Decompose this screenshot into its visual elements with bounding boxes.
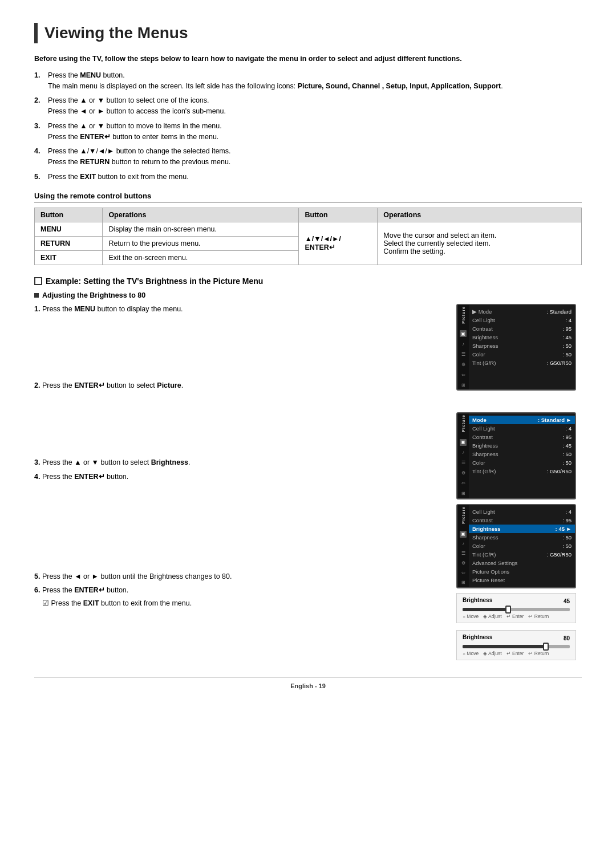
tv-icon-app-2: ⊞ xyxy=(460,490,467,497)
sub-heading-text: Adjusting the Brightness to 80 xyxy=(42,291,145,299)
example-heading: Example: Setting the TV's Brightness in … xyxy=(34,277,582,286)
left-col: 1. Press the MENU button to display the … xyxy=(34,304,445,660)
slider-thumb-80 xyxy=(543,643,549,651)
col-button-1: Button xyxy=(35,208,103,222)
tv-icon-channel-3: ☰ xyxy=(460,550,467,557)
tv-icon-input-3: ⇦ xyxy=(460,570,467,576)
step-3: 3. Press the ▲ or ▼ button to move to it… xyxy=(34,121,582,143)
bullet-icon xyxy=(34,293,39,298)
tv-icon-app: ⊞ xyxy=(460,381,467,388)
step-4: 4. Press the ▲/▼/◄/► button to change th… xyxy=(34,146,582,168)
title-accent xyxy=(34,23,38,43)
tv-row-color: Color: 50 xyxy=(472,350,572,359)
sidebar-label-3: Picture xyxy=(461,506,465,526)
tv-row-contrast: Contrast: 95 xyxy=(472,324,572,333)
btn-nav: ▲/▼/◄/►/ENTER↵ xyxy=(299,222,378,265)
menu-keyword: MENU xyxy=(80,71,101,79)
slider-value-45: 45 xyxy=(564,598,570,604)
example-step-5-6: 5. Press the ◄ or ► button until the Bri… xyxy=(34,571,445,609)
slider-track-45 xyxy=(463,608,570,611)
tv-row-mode-hl: Mode: Standard ► xyxy=(469,416,575,424)
tv-icon-channel: ☰ xyxy=(460,351,467,358)
tv-row-brightness-2: Brightness: 45 xyxy=(472,441,572,450)
tv-row-color-2: Color: 50 xyxy=(472,458,572,467)
tv-icon-picture-3: ▣ xyxy=(460,531,467,538)
tv-icon-sound-2: ♪ xyxy=(460,449,467,456)
tv-row-contrast-2: Contrast: 95 xyxy=(472,433,572,441)
tv-menu-content-3: Cell Light: 4 Contrast: 95 Brightness: 4… xyxy=(469,505,575,587)
col-operations-2: Operations xyxy=(378,208,582,222)
tv-row-contrast-3: Contrast: 95 xyxy=(472,516,572,525)
tv-menu-content-2: Mode: Standard ► Cell Light: 4 Contrast:… xyxy=(469,413,575,498)
tv-icon-input-2: ⇦ xyxy=(460,480,467,487)
page-title-bar: Viewing the Menus xyxy=(34,23,582,43)
sidebar-label-1: Picture xyxy=(461,306,465,326)
spacer-3 xyxy=(34,491,445,571)
tv-icon-picture: ▣ xyxy=(460,330,467,337)
tv-row-brightness-hl: Brightness: 45 ► xyxy=(469,525,575,533)
page-footer: English - 19 xyxy=(34,677,582,689)
slider-controls-80: ⬦ Move ◈ Adjust ↵ Enter ↩ Return xyxy=(463,651,570,656)
tv-icon-app-3: ⊞ xyxy=(460,579,467,586)
slider-label-45: Brightness xyxy=(463,597,492,603)
btn-return: RETURN xyxy=(35,236,103,250)
op-exit: Exit the on-screen menu. xyxy=(103,250,299,265)
slider-track-80 xyxy=(463,645,570,648)
col-operations-1: Operations xyxy=(103,208,299,222)
spacer-1 xyxy=(34,323,445,380)
sub-heading: Adjusting the Brightness to 80 xyxy=(34,291,582,299)
btn-exit: EXIT xyxy=(35,250,103,265)
intro-text: Before using the TV, follow the steps be… xyxy=(34,54,582,64)
op-return: Return to the previous menu. xyxy=(103,236,299,250)
slider-fill-80 xyxy=(463,645,546,648)
slider-label-80: Brightness xyxy=(463,634,492,640)
brightness-slider-45: Brightness 45 ⬦ Move ◈ Adjust ↵ Enter ↩ … xyxy=(456,593,576,623)
example-step-3-4: 3. Press the ▲ or ▼ button to select Bri… xyxy=(34,457,445,482)
slider-value-80: 80 xyxy=(564,635,570,641)
tv-icon-channel-2: ☰ xyxy=(460,460,467,466)
tv-screenshot-1: Picture ▣ ♪ ☰ ⚙ ⇦ ⊞ ▶ Mode: Standard xyxy=(456,304,576,391)
btn-menu: MENU xyxy=(35,222,103,236)
tv-row-celllight: Cell Light: 4 xyxy=(472,316,572,324)
footer-text: English - 19 xyxy=(290,682,326,689)
tv-row-sharpness-2: Sharpness: 50 xyxy=(472,450,572,458)
remote-control-heading: Using the remote control buttons xyxy=(34,192,582,203)
tv-icon-setup: ⚙ xyxy=(460,361,467,368)
tv-row-brightness: Brightness: 45 xyxy=(472,333,572,342)
steps-list: 1. Press the MENU button. The main menu … xyxy=(34,70,582,182)
tv-row-tint-3: Tint (G/R): G50/R50 xyxy=(472,550,572,559)
tv-row-advanced: Advanced Settings xyxy=(472,559,572,567)
page-title: Viewing the Menus xyxy=(44,24,188,42)
right-col: Picture ▣ ♪ ☰ ⚙ ⇦ ⊞ ▶ Mode: Standard xyxy=(456,304,582,660)
step-5: 5. Press the EXIT button to exit from th… xyxy=(34,172,582,182)
slider-controls-45: ⬦ Move ◈ Adjust ↵ Enter ↩ Return xyxy=(463,614,570,619)
tv-menu-content-1: ▶ Mode: Standard Cell Light: 4 Contrast:… xyxy=(469,305,575,390)
table-row-menu: MENU Display the main on-screen menu. ▲/… xyxy=(35,222,582,236)
tv-row-sharpness: Sharpness: 50 xyxy=(472,342,572,350)
tv-row-sharpness-3: Sharpness: 50 xyxy=(472,533,572,542)
slider-thumb-45 xyxy=(505,606,511,614)
example-title: Example: Setting the TV's Brightness in … xyxy=(46,277,263,286)
col-button-2: Button xyxy=(299,208,378,222)
remote-control-table: Button Operations Button Operations MENU… xyxy=(34,208,582,265)
example-step-1: 1. Press the MENU button to display the … xyxy=(34,304,445,315)
tv-row-celllight-3: Cell Light: 4 xyxy=(472,507,572,516)
step-num-1: 1. xyxy=(34,70,44,92)
step-2: 2. Press the ▲ or ▼ button to select one… xyxy=(34,95,582,117)
tv-icon-picture-2: ▣ xyxy=(460,439,467,446)
brightness-slider-80: Brightness 80 ⬦ Move ◈ Adjust ↵ Enter ↩ … xyxy=(456,630,576,660)
op-nav: Move the cursor and select an item.Selec… xyxy=(378,222,582,265)
slider-fill-45 xyxy=(463,608,509,611)
op-menu: Display the main on-screen menu. xyxy=(103,222,299,236)
step-1: 1. Press the MENU button. The main menu … xyxy=(34,70,582,92)
tv-row-celllight-2: Cell Light: 4 xyxy=(472,424,572,433)
tv-row-picture-options: Picture Options xyxy=(472,567,572,576)
checkbox-icon xyxy=(34,277,42,285)
tv-icon-setup-2: ⚙ xyxy=(460,470,467,477)
icons-list: Picture, Sound, Channel , Setup, Input, … xyxy=(298,82,501,90)
tv-icon-input: ⇦ xyxy=(460,371,467,378)
tv-icon-sound-3: ♪ xyxy=(460,541,467,547)
tv-screenshot-2: Picture ▣ ♪ ☰ ⚙ ⇦ ⊞ Mode: Standard ► xyxy=(456,412,576,499)
tv-screenshot-3: Picture ▣ ♪ ☰ ⚙ ⇦ ⊞ Cell Light: 4 xyxy=(456,504,576,588)
content-area: 1. Press the MENU button to display the … xyxy=(34,304,582,660)
